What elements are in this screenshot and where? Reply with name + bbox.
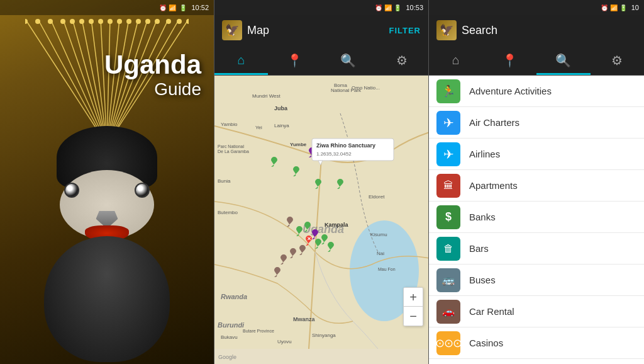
search-home-icon: ⌂ <box>452 53 460 67</box>
svg-point-21 <box>70 19 75 24</box>
svg-point-26 <box>117 19 122 24</box>
list-item-airlines[interactable]: ✈ Airlines <box>429 139 644 170</box>
bars-label: Bars <box>469 243 489 254</box>
map-zoom-controls[interactable]: + − <box>403 287 423 326</box>
adventure-label: Adventure Activities <box>469 86 552 96</box>
airlines-icon: ✈ <box>436 142 460 166</box>
wifi-icon: 📶 <box>169 4 176 11</box>
svg-point-31 <box>166 19 171 24</box>
search-tab-search[interactable]: 🔍 <box>536 45 591 75</box>
svg-text:Lainya: Lainya <box>274 123 289 128</box>
svg-text:Yei: Yei <box>255 125 262 130</box>
svg-text:Rwanda: Rwanda <box>221 293 247 300</box>
search-battery-icon: 🔋 <box>619 4 627 11</box>
map-container[interactable]: Uganda Boma National Park Omo Natio... M… <box>214 76 428 364</box>
map-status-time: 10:53 <box>406 4 423 11</box>
map-logo: 🦅 <box>222 20 242 40</box>
settings-icon: ⚙ <box>396 53 408 68</box>
svg-text:Mundri West: Mundri West <box>252 93 281 99</box>
map-status-icons: ⏰ 📶 🔋 10:53 <box>375 4 423 11</box>
map-tab-home[interactable]: ⌂ <box>214 45 268 75</box>
svg-point-18 <box>35 19 40 24</box>
map-alarm-icon: ⏰ <box>375 4 382 11</box>
svg-text:Burundi: Burundi <box>218 321 245 329</box>
svg-point-32 <box>177 19 182 24</box>
search-tab-location[interactable]: 📍 <box>483 45 537 75</box>
cover-title-sub: Guide <box>104 79 201 100</box>
search-app-bar: 🦅 Search <box>429 15 644 45</box>
search-tab-home[interactable]: ⌂ <box>429 45 483 75</box>
svg-point-25 <box>108 19 113 24</box>
svg-text:Eldoret: Eldoret <box>369 194 385 200</box>
cover-background: Uganda Guide <box>0 0 214 364</box>
search-search-icon: 🔍 <box>555 53 571 68</box>
search-settings-icon: ⚙ <box>611 53 623 68</box>
map-svg: Uganda Boma National Park Omo Natio... M… <box>214 76 428 349</box>
svg-point-24 <box>98 19 103 24</box>
svg-text:Mwanza: Mwanza <box>293 316 316 322</box>
svg-text:Parc National: Parc National <box>218 144 244 149</box>
cover-panel: ⏰ 📶 🔋 10:52 <box>0 0 214 364</box>
casinos-icon: ⊙⊙⊙ <box>436 331 460 355</box>
svg-point-29 <box>145 19 150 24</box>
map-filter-button[interactable]: FILTER <box>389 26 421 35</box>
status-bar-cover: ⏰ 📶 🔋 10:52 <box>0 0 214 15</box>
bird-illustration <box>38 126 176 364</box>
air-charters-label: Air Charters <box>469 117 519 128</box>
location-icon: 📍 <box>287 53 303 68</box>
map-app-bar: 🦅 Map FILTER <box>214 15 428 45</box>
list-item-apartments[interactable]: 🏛 Apartments <box>429 170 644 202</box>
search-wifi-icon: 📶 <box>610 4 618 11</box>
map-tab-settings[interactable]: ⚙ <box>375 45 428 75</box>
svg-text:Kampala: Kampala <box>325 222 349 228</box>
map-zoom-out-button[interactable]: − <box>404 307 423 326</box>
search-tab-settings[interactable]: ⚙ <box>591 45 645 75</box>
battery-icon: 🔋 <box>179 4 187 11</box>
banks-icon: $ <box>436 205 460 229</box>
map-status-bar: ⏰ 📶 🔋 10:53 <box>214 0 428 15</box>
list-item-bars[interactable]: 🗑 Bars <box>429 233 644 264</box>
search-nav-tabs: ⌂ 📍 🔍 ⚙ <box>429 45 644 76</box>
map-panel: ⏰ 📶 🔋 10:53 🦅 Map FILTER ⌂ 📍 🔍 ⚙ <box>214 0 429 364</box>
list-item-car-rental[interactable]: 🚗 Car Rental <box>429 296 644 327</box>
cover-title-main: Uganda <box>104 50 201 79</box>
casinos-label: Casinos <box>469 338 503 348</box>
svg-text:De La Garamba: De La Garamba <box>218 149 249 154</box>
buses-label: Buses <box>469 275 496 285</box>
svg-point-23 <box>89 19 94 24</box>
map-tab-search[interactable]: 🔍 <box>321 45 375 75</box>
cover-title-block: Uganda Guide <box>104 50 201 100</box>
svg-text:Ziwa Rhino Sanctuary: Ziwa Rhino Sanctuary <box>316 142 375 149</box>
list-item-casinos[interactable]: ⊙⊙⊙ Casinos <box>429 327 644 359</box>
map-zoom-in-button[interactable]: + <box>404 288 423 307</box>
map-tab-location[interactable]: 📍 <box>268 45 321 75</box>
map-logo-bird: 🦅 <box>225 23 239 37</box>
svg-text:Shinyanga: Shinyanga <box>312 333 336 338</box>
search-status-bar: ⏰ 📶 🔋 10 <box>429 0 644 15</box>
svg-point-22 <box>79 19 84 24</box>
search-title: Search <box>462 24 636 37</box>
svg-text:Omo Natio...: Omo Natio... <box>352 85 380 91</box>
svg-text:Bunia: Bunia <box>218 178 231 184</box>
search-panel: ⏰ 📶 🔋 10 🦅 Search ⌂ 📍 🔍 ⚙ 🏃 Adventure <box>429 0 644 364</box>
search-list: 🏃 Adventure Activities ✈ Air Charters ✈ … <box>429 76 644 364</box>
map-nav-tabs: ⌂ 📍 🔍 ⚙ <box>214 45 428 76</box>
search-alarm-icon: ⏰ <box>601 4 608 11</box>
list-item-adventure[interactable]: 🏃 Adventure Activities <box>429 76 644 107</box>
apartments-icon: 🏛 <box>436 174 460 198</box>
search-icon: 🔍 <box>340 53 356 68</box>
status-time: 10:52 <box>191 4 209 11</box>
svg-text:Yumbe: Yumbe <box>290 142 307 147</box>
list-item-buses[interactable]: 🚌 Buses <box>429 264 644 296</box>
map-google-logo: Google <box>218 354 236 360</box>
car-rental-label: Car Rental <box>469 306 514 317</box>
svg-point-20 <box>60 19 65 24</box>
svg-point-27 <box>126 19 131 24</box>
apartments-label: Apartments <box>469 180 518 191</box>
list-item-banks[interactable]: $ Banks <box>429 202 644 233</box>
svg-text:Mau Fon: Mau Fon <box>378 267 396 271</box>
status-icons-cover: ⏰ 📶 🔋 10:52 <box>159 4 209 11</box>
svg-text:Uyovu: Uyovu <box>277 339 292 344</box>
list-item-air-charters[interactable]: ✈ Air Charters <box>429 107 644 139</box>
alarm-icon: ⏰ <box>159 4 167 11</box>
